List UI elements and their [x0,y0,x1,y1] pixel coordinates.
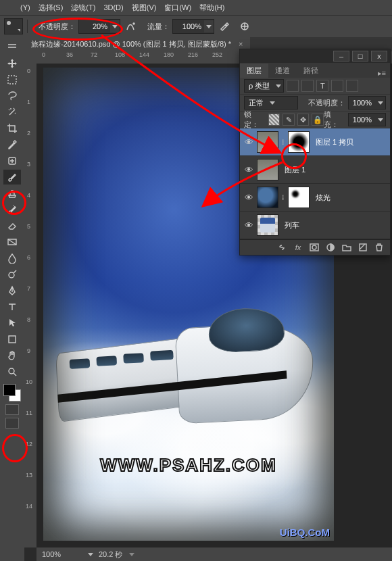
adjust-filter-icon[interactable] [301,80,314,92]
menu-help[interactable]: 帮助(H) [195,0,228,15]
lock-transparency-icon[interactable] [268,114,280,126]
maximize-button[interactable]: □ [352,51,368,62]
layer-thumbnail[interactable] [257,131,278,153]
status-menu-icon[interactable] [129,553,134,556]
close-icon[interactable]: × [239,40,243,48]
opacity-field[interactable]: 20% [78,19,120,34]
move-tool[interactable] [3,56,21,71]
link-icon[interactable]: ⁞ [280,132,286,152]
smart-filter-icon[interactable] [346,80,358,92]
type-tool[interactable] [3,299,21,314]
ruler-tick: 5 [27,223,30,230]
layer-thumbnail[interactable] [257,214,278,236]
layer-row[interactable]: 👁 图层 1 [240,156,390,184]
tab-layers[interactable]: 图层 [240,64,268,78]
opacity-dropdown[interactable] [110,20,120,32]
gradient-tool[interactable] [3,235,21,249]
eraser-tool[interactable] [3,218,21,233]
fill-field[interactable]: 100% [348,113,386,126]
layer-thumbnail[interactable] [257,159,278,180]
tablet-pressure-icon[interactable] [237,19,252,34]
visibility-icon[interactable]: 👁 [243,220,255,230]
brush-preset-picker[interactable] [4,18,23,34]
color-swatches[interactable] [3,384,21,401]
clone-stamp-tool[interactable] [3,186,21,201]
visibility-icon[interactable]: 👁 [243,193,255,203]
tab-paths[interactable]: 路径 [297,64,325,78]
ruler-vertical[interactable]: 0 1 2 3 4 5 6 7 8 9 10 11 12 13 14 [24,64,37,547]
marquee-tool[interactable] [3,72,21,87]
layer-row[interactable]: 👁 列车 [240,212,390,239]
layer-thumbnail[interactable] [257,187,278,208]
tab-channels[interactable]: 通道 [268,64,297,78]
hand-tool[interactable] [3,348,21,363]
history-brush-tool[interactable] [3,202,21,217]
tab-grip-icon[interactable] [3,40,21,55]
link-layers-icon[interactable] [276,242,288,253]
adjustment-layer-icon[interactable] [324,242,337,253]
zoom-level[interactable]: 100% [42,550,82,558]
shape-tool[interactable] [3,332,21,347]
layer-mask-thumbnail[interactable] [288,187,310,208]
layer-opacity-field[interactable]: 100% [348,96,386,109]
svg-rect-2 [8,76,16,84]
layer-name[interactable]: 列车 [285,220,299,230]
foreground-color[interactable] [3,384,16,396]
new-group-icon[interactable] [341,242,353,253]
lock-position-icon[interactable]: ✥ [297,114,309,126]
menu-window[interactable]: 窗口(W) [160,0,195,15]
menu-3d[interactable]: 3D(D) [99,0,127,15]
menu-filter[interactable]: 滤镜(T) [67,0,99,15]
lock-all-icon[interactable]: 🔒 [312,114,323,126]
blend-mode-select[interactable]: 正常 [244,96,298,109]
new-layer-icon[interactable] [357,242,369,253]
img-filter-icon[interactable] [287,80,299,92]
screenmode-toggle[interactable] [5,418,19,429]
layer-name[interactable]: 图层 1 [285,165,305,175]
close-button[interactable]: x [371,51,387,62]
flow-dropdown[interactable] [204,20,214,32]
link-icon[interactable]: ⁞ [280,187,286,208]
pen-tool[interactable] [3,283,21,298]
delete-layer-icon[interactable] [373,242,385,253]
flow-value[interactable]: 100% [173,22,204,30]
panel-menu-icon[interactable]: ▸≡ [374,69,390,78]
opacity-pressure-icon[interactable] [123,19,138,34]
menu-view[interactable]: 视图(V) [128,0,161,15]
shape-filter-icon[interactable] [331,80,343,92]
layer-row[interactable]: 👁 ⁞ 图层 1 拷贝 [240,128,390,156]
path-select-tool[interactable] [3,316,21,331]
minimize-button[interactable]: – [333,51,349,62]
visibility-icon[interactable]: 👁 [243,137,255,147]
dodge-tool[interactable] [3,267,21,282]
add-mask-icon[interactable] [308,242,320,253]
flow-field[interactable]: 100% [172,19,214,34]
magic-wand-tool[interactable] [3,105,21,120]
layer-filter-type[interactable]: ρ 类型 [244,79,284,93]
layer-name[interactable]: 图层 1 拷贝 [316,137,353,147]
menu-item[interactable]: (Y) [16,0,34,15]
blur-tool[interactable] [3,251,21,266]
document-tab[interactable]: 旅程边缘-20140610.psd @ 100% (图层 1 拷贝, 图层蒙版/… [24,36,250,51]
crop-tool[interactable] [3,121,21,136]
zoom-tool[interactable] [3,364,21,379]
svg-point-9 [312,245,316,249]
layer-name[interactable]: 炫光 [316,193,330,203]
layer-mask-thumbnail[interactable] [288,131,310,153]
zoom-dropdown-icon[interactable] [88,553,93,556]
type-filter-icon[interactable]: T [316,80,328,92]
lasso-tool[interactable] [3,89,21,103]
healing-brush-tool[interactable] [3,153,21,168]
quickmask-toggle[interactable] [5,404,19,415]
watermark-text: WWW.PSAHZ.COM [43,455,334,476]
opacity-value[interactable]: 20% [79,22,110,30]
visibility-icon[interactable]: 👁 [243,165,255,175]
layer-row[interactable]: 👁 ⁞ 炫光 [240,184,390,212]
brush-tool[interactable] [3,170,21,185]
layers-panel[interactable]: – □ x 图层 通道 路径 ▸≡ ρ 类型 T 正常 不透明度： 100% 锁… [239,49,391,255]
eyedropper-tool[interactable] [3,137,21,152]
lock-pixels-icon[interactable]: ✎ [283,114,294,126]
fx-icon[interactable]: fx [292,242,304,253]
menu-select[interactable]: 选择(S) [34,0,68,15]
airbrush-icon[interactable] [217,19,232,34]
